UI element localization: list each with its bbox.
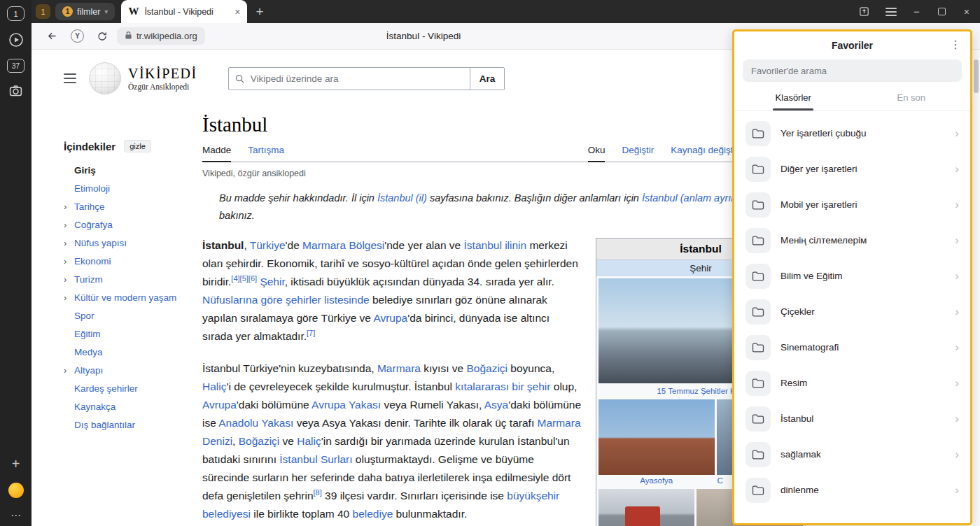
toc-item[interactable]: › Spor	[64, 306, 202, 325]
wiki-search-input[interactable]	[251, 73, 470, 84]
toc-item-label[interactable]: Eğitim	[74, 329, 101, 339]
toc-item-label[interactable]: Giriş	[74, 165, 96, 176]
wiki-link[interactable]: İstanbul Surları	[279, 453, 352, 465]
toc-item-label[interactable]: Nüfus yapısı	[74, 238, 127, 248]
toc-item-label[interactable]: Etimoloji	[74, 183, 110, 194]
favorites-folder-row[interactable]: Mobil yer işaretleri ›	[734, 187, 970, 222]
favorites-folder-row[interactable]: Sinematografi ›	[734, 329, 970, 365]
favorites-folder-row[interactable]: Менің сілтемелерім ›	[734, 222, 970, 258]
toc-item[interactable]: › Kültür ve modern yaşam	[64, 288, 202, 306]
toc-item[interactable]: › Eğitim	[64, 325, 202, 343]
wiki-link[interactable]: belediye	[353, 508, 393, 520]
wiki-search-button[interactable]: Ara	[470, 67, 505, 90]
toc-item[interactable]: › Tarihçe	[64, 197, 202, 215]
reference-link[interactable]: [7]	[307, 329, 315, 337]
toc-item[interactable]: › Dış bağlantılar	[64, 415, 202, 434]
wiki-link[interactable]: Haliç	[297, 435, 321, 447]
wiki-link[interactable]: kıtalararası bir şehir	[455, 381, 550, 392]
close-tab-icon[interactable]: ×	[234, 6, 240, 17]
chevron-right-icon[interactable]: ›	[64, 201, 74, 212]
favorites-search-box[interactable]	[743, 59, 962, 82]
more-icon[interactable]: ⋯	[10, 510, 21, 520]
yandex-logo-icon[interactable]	[8, 483, 24, 498]
wiki-link[interactable]: Anadolu Yakası	[218, 417, 293, 429]
toc-item-label[interactable]: Altyapı	[74, 365, 103, 376]
new-tab-button[interactable]: +	[255, 4, 263, 20]
wiki-link[interactable]: Boğaziçi	[239, 435, 280, 447]
wiki-link[interactable]: İstanbul (il)	[377, 192, 427, 204]
toc-item-label[interactable]: Kardeş şehirler	[74, 383, 138, 394]
wiki-link[interactable]: Avrupa	[373, 312, 407, 324]
reference-link[interactable]: [4][5][6]	[231, 274, 257, 283]
favorites-folder-row[interactable]: sağlamak ›	[734, 436, 970, 472]
kebab-menu-icon[interactable]: ⋮	[950, 38, 961, 51]
chevron-right-icon[interactable]: ›	[64, 256, 74, 266]
favorites-folder-row[interactable]: Çiçekler ›	[734, 294, 970, 329]
wiki-link[interactable]: Avrupa Yakası	[312, 399, 381, 411]
chevron-right-icon[interactable]: ›	[64, 220, 74, 230]
active-tab[interactable]: W İstanbul - Vikipedi ×	[121, 0, 247, 23]
share-icon[interactable]	[858, 6, 870, 17]
chevron-right-icon[interactable]: ›	[64, 292, 74, 303]
toc-item[interactable]: › Turizm	[64, 270, 202, 288]
wikipedia-globe-logo[interactable]	[89, 62, 121, 94]
wiki-link[interactable]: Haliç	[202, 381, 226, 392]
tab-kaynagi-degistir[interactable]: Kaynağı değiştir	[671, 145, 738, 162]
tab-oku[interactable]: Oku	[588, 145, 606, 162]
tab-degistir[interactable]: Değiştir	[622, 145, 654, 162]
hamburger-menu-icon[interactable]	[64, 73, 76, 83]
toc-item[interactable]: › Medya	[64, 343, 202, 361]
wiki-link[interactable]: Boğaziçi	[466, 362, 507, 374]
wiki-link[interactable]: Türkiye	[250, 239, 286, 251]
refresh-icon[interactable]	[97, 31, 108, 42]
maximize-icon[interactable]	[938, 8, 946, 15]
toc-item-label[interactable]: Spor	[74, 311, 94, 321]
tab-group-badge[interactable]: 1	[36, 4, 50, 19]
page-scrollbar[interactable]	[972, 50, 980, 526]
menu-icon[interactable]	[886, 8, 897, 16]
toc-item[interactable]: › Giriş	[64, 161, 202, 179]
minimize-icon[interactable]: −	[913, 6, 920, 17]
toc-item[interactable]: › Kaynakça	[64, 397, 202, 415]
favorites-folder-row[interactable]: Resim ›	[734, 365, 970, 401]
chevron-right-icon[interactable]: ›	[64, 238, 74, 248]
tab-madde[interactable]: Madde	[202, 145, 231, 162]
infobox-image-tram[interactable]	[598, 489, 694, 526]
wiki-link[interactable]: İstanbul (anlam ayrımı)	[642, 192, 746, 204]
toc-item[interactable]: › Altyapı	[64, 361, 202, 379]
wiki-search-box[interactable]	[228, 67, 470, 90]
camera-icon[interactable]	[8, 83, 23, 98]
plus-icon[interactable]: +	[12, 457, 20, 471]
toc-item-label[interactable]: Kültür ve modern yaşam	[74, 292, 176, 303]
toc-item-label[interactable]: Coğrafya	[74, 220, 113, 230]
toc-item[interactable]: › Ekonomi	[64, 252, 202, 270]
toc-item[interactable]: › Kardeş şehirler	[64, 379, 202, 397]
favorites-folder-row[interactable]: Bilim ve Eğitim ›	[734, 258, 970, 294]
back-icon[interactable]	[46, 30, 58, 42]
chevron-right-icon[interactable]: ›	[64, 365, 74, 376]
close-window-icon[interactable]: ×	[964, 6, 969, 17]
toc-item-label[interactable]: Dış bağlantılar	[74, 420, 135, 430]
wiki-link[interactable]: Asya	[484, 399, 508, 411]
tab-en-son[interactable]: En son	[853, 86, 971, 111]
favorites-folder-row[interactable]: dinlenme ›	[734, 472, 970, 508]
yandex-y-icon[interactable]: Y	[71, 29, 84, 43]
infobox-caption-ayasofya[interactable]: Ayasofya	[598, 475, 714, 489]
wiki-link[interactable]: Marmara Bölgesi	[302, 239, 384, 251]
chevron-right-icon[interactable]: ›	[64, 274, 74, 285]
favorites-folder-row[interactable]: Yer işaretleri çubuğu ›	[734, 115, 970, 151]
scrollbar-thumb[interactable]	[974, 59, 979, 93]
favorites-folder-row[interactable]: İstanbul ›	[734, 401, 970, 436]
wiki-link[interactable]: Avrupa	[202, 399, 237, 411]
favorites-folder-row[interactable]: Diğer yer işaretleri ›	[734, 151, 970, 187]
tab-tartisma[interactable]: Tartışma	[248, 145, 284, 162]
wiki-link[interactable]: Marmara	[377, 362, 421, 374]
infobox-image-ayasofya[interactable]	[598, 399, 715, 475]
play-icon[interactable]	[8, 31, 24, 48]
wikipedia-wordmark[interactable]: VİKİPEDİ Özgür Ansiklopedi	[128, 66, 197, 91]
toc-item[interactable]: › Coğrafya	[64, 215, 202, 234]
tab-group-filmler[interactable]: 1 filmler ▾	[55, 3, 115, 20]
wiki-link[interactable]: İstanbul ilinin	[464, 239, 527, 251]
toc-item-label[interactable]: Medya	[74, 347, 103, 357]
toc-item[interactable]: › Nüfus yapısı	[64, 234, 202, 252]
